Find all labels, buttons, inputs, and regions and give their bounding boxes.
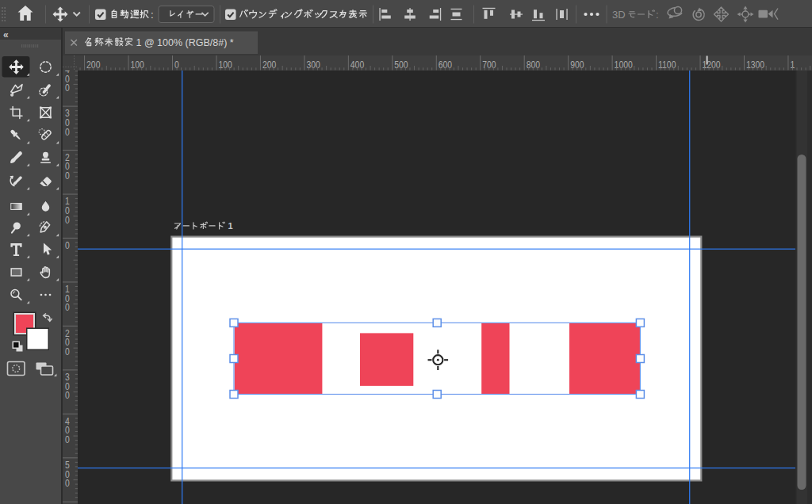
svg-text:0: 0 xyxy=(65,389,70,400)
svg-text:0: 0 xyxy=(65,239,70,250)
svg-text:0: 0 xyxy=(65,477,70,488)
svg-text:0: 0 xyxy=(65,213,70,224)
svg-text:0: 0 xyxy=(65,433,70,445)
svg-text:1 @ 100% (RGB/8#) *: 1 @ 100% (RGB/8#) * xyxy=(136,37,234,48)
svg-text:0: 0 xyxy=(65,301,70,312)
svg-text:0: 0 xyxy=(65,125,70,136)
svg-text::: : xyxy=(656,9,659,21)
svg-text:0: 0 xyxy=(65,170,70,181)
svg-text:0: 0 xyxy=(65,346,70,357)
svg-text:1: 1 xyxy=(228,221,233,231)
svg-text:3D: 3D xyxy=(612,9,626,21)
svg-text::: : xyxy=(151,9,154,21)
svg-text:0: 0 xyxy=(65,82,70,93)
svg-text:«: « xyxy=(3,29,9,40)
